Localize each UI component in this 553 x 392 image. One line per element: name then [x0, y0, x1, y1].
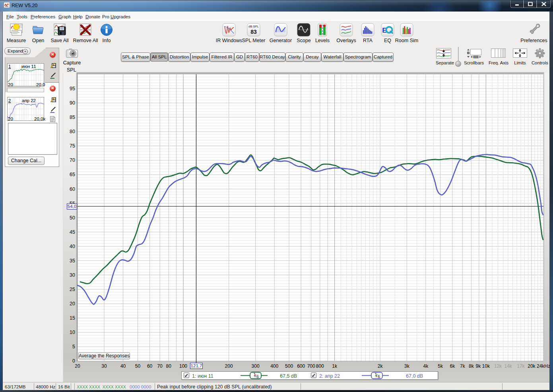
svg-text:10: 10 [70, 330, 75, 335]
svg-text:6: 6 [256, 374, 259, 379]
svg-text:12k: 12k [494, 363, 502, 369]
svg-text:65: 65 [70, 172, 75, 177]
svg-text:5k: 5k [438, 363, 443, 369]
svg-text:2k: 2k [378, 363, 383, 369]
svg-text:10k: 10k [482, 363, 490, 369]
svg-text:50: 50 [70, 215, 75, 221]
svg-text:45: 45 [70, 229, 75, 235]
svg-text:20: 20 [75, 363, 80, 369]
svg-text:70: 70 [70, 157, 75, 163]
svg-text:95: 95 [70, 86, 75, 91]
svg-text:35: 35 [70, 258, 75, 264]
svg-text:4k: 4k [423, 363, 429, 369]
svg-text:70: 70 [157, 363, 163, 369]
svg-text:25: 25 [70, 287, 75, 292]
svg-text:15: 15 [70, 315, 75, 321]
svg-text:40: 40 [120, 363, 126, 369]
svg-text:20k: 20k [528, 363, 536, 369]
svg-text:17k: 17k [517, 363, 525, 369]
svg-text:80: 80 [166, 363, 172, 369]
svg-text:апр 22: апр 22 [22, 98, 36, 103]
svg-text:54,0: 54,0 [68, 204, 76, 209]
svg-text:9k: 9k [476, 363, 481, 369]
svg-text:24kHz: 24kHz [537, 363, 550, 369]
svg-text:14k: 14k [504, 363, 512, 369]
svg-text:2: 2 [8, 98, 11, 103]
svg-text:5: 5 [72, 344, 75, 349]
svg-text:90: 90 [70, 100, 75, 106]
svg-text:6k: 6k [450, 363, 455, 369]
svg-text:20: 20 [70, 301, 75, 307]
svg-text:60: 60 [70, 186, 75, 192]
svg-text:400: 400 [270, 363, 278, 369]
svg-text:121,7: 121,7 [191, 363, 202, 368]
svg-text:1k: 1k [332, 363, 338, 369]
svg-text:60: 60 [147, 363, 153, 369]
svg-text:500: 500 [285, 363, 293, 369]
svg-text:700: 700 [307, 363, 315, 369]
svg-text:200: 200 [225, 363, 233, 369]
svg-text:300: 300 [252, 363, 260, 369]
svg-text:600: 600 [297, 363, 305, 369]
svg-text:75: 75 [70, 143, 75, 149]
svg-text:3k: 3k [404, 363, 410, 369]
svg-text:30: 30 [70, 272, 75, 278]
svg-text:20: 20 [8, 116, 13, 121]
svg-text:85: 85 [70, 114, 75, 120]
svg-text:100: 100 [179, 363, 187, 369]
svg-text:50: 50 [135, 363, 141, 369]
svg-text:40: 40 [70, 244, 75, 249]
svg-text:800: 800 [316, 363, 324, 369]
svg-text:30: 30 [101, 363, 107, 369]
svg-text:7k: 7k [460, 363, 466, 369]
svg-text:6: 6 [378, 374, 380, 379]
svg-text:8k: 8k [469, 363, 474, 369]
svg-text:80: 80 [70, 129, 75, 134]
svg-text:20,0k: 20,0k [34, 116, 45, 121]
